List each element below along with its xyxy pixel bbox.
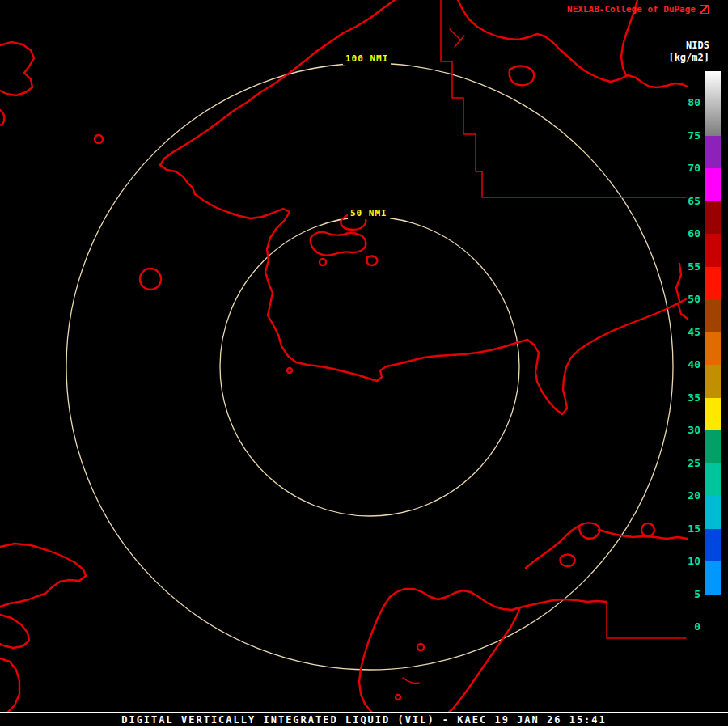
colorbar-segment-30-35: [705, 398, 721, 431]
brand: NEXLAB-College of DuPage: [567, 4, 709, 15]
colorbar-segment-45-50: [705, 299, 721, 332]
landmass-southwest-corner: [0, 658, 19, 717]
coastline-main: [160, 0, 688, 414]
range-ring-label-50nmi: 50 NMI: [348, 208, 390, 219]
landmass-south-details: [396, 644, 424, 700]
range-ring-50nmi: [220, 217, 519, 516]
landmass-southwest-upper: [0, 544, 86, 607]
islet-east: [367, 256, 378, 265]
island-southeast: [579, 523, 599, 538]
colorbar-segment-55-60: [705, 234, 721, 267]
river-segments-northeast: [450, 29, 464, 47]
colorbar-segment-0-5: [705, 595, 721, 640]
river-south: [403, 678, 419, 683]
central-islands: [287, 214, 377, 373]
coast-southeast-line: [526, 526, 579, 568]
lake-south: [417, 644, 424, 650]
product-title: DIGITAL VERTICALLY INTEGRATED LIQUID (VI…: [121, 714, 607, 726]
islet: [320, 259, 326, 265]
coastline-southeast: [526, 523, 688, 568]
colorbar-segment-60-65: [705, 201, 721, 235]
colorbar-segment-20-25: [705, 463, 721, 497]
colorbar-segment-70-75: [705, 136, 721, 168]
border-south: [607, 602, 686, 638]
lake-small-west: [95, 135, 103, 143]
radar-map-svg: [0, 0, 728, 728]
colorbar-segment-25-30: [705, 430, 721, 463]
range-ring-label-100nmi: 100 NMI: [343, 53, 391, 65]
colorbar-segment-80+: [705, 71, 721, 136]
colorbar: [705, 0, 721, 728]
range-ring-100nmi: [66, 63, 673, 670]
landmass-southwest: [0, 544, 86, 717]
colorbar-segment-5-10: [705, 561, 721, 595]
lake-southeast: [641, 523, 654, 536]
colorbar-segment-50-55: [705, 267, 721, 300]
footer: DIGITAL VERTICALLY INTEGRATED LIQUID (VI…: [0, 712, 728, 728]
border-staircase-northeast: [441, 0, 686, 197]
lake-west: [140, 269, 161, 290]
radar-display: 100 NMI 50 NMI NEXLAB-College of DuPage …: [0, 0, 728, 728]
islet-south: [287, 368, 292, 373]
islet-south-2: [396, 695, 400, 700]
lake-northeast: [510, 66, 535, 85]
colorbar-segment-65-70: [705, 168, 721, 201]
colorbar-segment-40-45: [705, 332, 721, 366]
colorbar-segment-10-15: [705, 529, 721, 562]
landmass-southwest-mid: [0, 615, 29, 648]
island-topleft: [0, 42, 34, 95]
brand-text: NEXLAB-College of DuPage: [567, 4, 696, 15]
island-large: [311, 232, 366, 256]
colorbar-segment-35-40: [705, 365, 721, 398]
colorbar-units: [kg/m2]: [668, 52, 709, 63]
islet-southeast: [561, 555, 575, 567]
coast-left-edge: [0, 110, 4, 125]
colorbar-segment-15-20: [705, 496, 721, 529]
